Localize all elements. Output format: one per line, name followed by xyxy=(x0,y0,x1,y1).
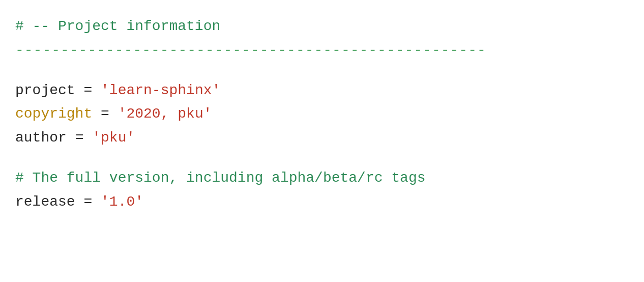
comment-header-line: # -- Project information xyxy=(15,15,629,38)
release-operator: = xyxy=(75,191,101,214)
version-comment-line: # The full version, including alpha/beta… xyxy=(15,167,629,190)
version-comment-text: # The full version, including alpha/beta… xyxy=(15,167,426,190)
release-line: release = '1.0' xyxy=(15,191,629,214)
release-value: '1.0' xyxy=(101,191,143,214)
project-line: project = 'learn-sphinx' xyxy=(15,79,629,102)
author-operator: = xyxy=(67,127,92,150)
blank-line-1 xyxy=(15,63,629,79)
release-keyword: release xyxy=(15,191,75,214)
divider-line: ----------------------------------------… xyxy=(15,39,629,62)
project-operator: = xyxy=(75,79,101,102)
copyright-operator: = xyxy=(92,103,118,126)
copyright-value: '2020, pku' xyxy=(118,103,212,126)
copyright-keyword: copyright xyxy=(15,103,92,126)
copyright-line: copyright = '2020, pku' xyxy=(15,103,629,126)
author-value: 'pku' xyxy=(92,127,135,150)
divider-text: ----------------------------------------… xyxy=(15,39,486,62)
project-keyword: project xyxy=(15,79,75,102)
blank-line-2 xyxy=(15,151,629,167)
comment-header-text: # -- Project information xyxy=(15,15,220,38)
author-line: author = 'pku' xyxy=(15,127,629,150)
project-value: 'learn-sphinx' xyxy=(101,79,220,102)
code-block: # -- Project information ---------------… xyxy=(15,10,629,220)
author-keyword: author xyxy=(15,127,67,150)
